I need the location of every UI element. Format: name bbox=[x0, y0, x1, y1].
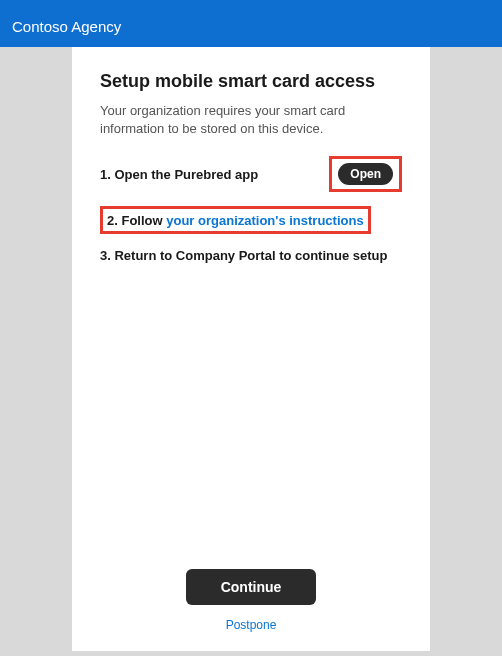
footer-area: Continue Postpone bbox=[72, 569, 430, 651]
app-header: Contoso Agency bbox=[0, 0, 502, 47]
setup-sheet: Setup mobile smart card access Your orga… bbox=[72, 47, 430, 651]
content-area: Setup mobile smart card access Your orga… bbox=[72, 47, 430, 569]
step-1-row: 1. Open the Purebred app Open bbox=[100, 156, 402, 192]
step-1-text: 1. Open the Purebred app bbox=[100, 167, 258, 182]
org-name: Contoso Agency bbox=[12, 18, 121, 35]
continue-button[interactable]: Continue bbox=[186, 569, 316, 605]
org-instructions-link[interactable]: your organization's instructions bbox=[166, 213, 363, 228]
open-button[interactable]: Open bbox=[338, 163, 393, 185]
step-3-text: 3. Return to Company Portal to continue … bbox=[100, 248, 387, 263]
step-3-row: 3. Return to Company Portal to continue … bbox=[100, 248, 402, 263]
step-2-prefix: 2. Follow bbox=[107, 213, 166, 228]
page-title: Setup mobile smart card access bbox=[100, 71, 402, 92]
step-2-row: 2. Follow your organization's instructio… bbox=[100, 206, 402, 234]
page-subtitle: Your organization requires your smart ca… bbox=[100, 102, 402, 138]
open-button-highlight: Open bbox=[329, 156, 402, 192]
step-2-highlight: 2. Follow your organization's instructio… bbox=[100, 206, 371, 234]
postpone-link[interactable]: Postpone bbox=[226, 618, 277, 632]
step-2-text: 2. Follow your organization's instructio… bbox=[107, 213, 364, 228]
